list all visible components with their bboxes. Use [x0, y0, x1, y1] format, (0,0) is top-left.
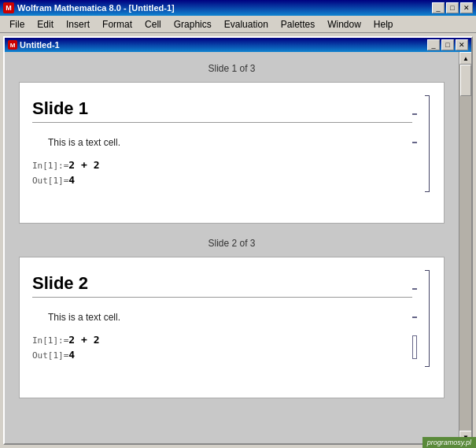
slide-2-outer-bracket-container [423, 270, 431, 367]
slide-2-io-bracket-area [412, 331, 423, 364]
slide-2-input-row: In[1]:= 2 + 2 Out[1]= 4 [32, 331, 423, 364]
slide-2-input-label: In[1]:= [32, 335, 68, 346]
slide-1-main: Slide 1 This is a text cell. [32, 95, 423, 192]
slide-1-title-content: Slide 1 [32, 98, 412, 129]
scrollbar[interactable]: ▲ ▼ [459, 52, 471, 443]
menu-format[interactable]: Format [96, 16, 138, 32]
slide-1-title-row: Slide 1 [32, 98, 423, 129]
scrollable-content[interactable]: Slide 1 of 3 Slide 1 [5, 52, 459, 443]
scroll-track[interactable] [459, 65, 471, 431]
menu-bar: File Edit Insert Format Cell Graphics Ev… [0, 16, 476, 33]
menu-graphics[interactable]: Graphics [168, 16, 218, 32]
menu-window[interactable]: Window [321, 16, 367, 32]
slide-2-output-inline: Out[1]= 4 [32, 349, 412, 361]
menu-evaluation[interactable]: Evaluation [218, 16, 275, 32]
slide-1-text-bracket-area [412, 132, 423, 153]
scroll-thumb[interactable] [460, 65, 471, 96]
slide-1-output-inline: Out[1]= 4 [32, 174, 412, 186]
slide-1-text-content: This is a text cell. [32, 132, 412, 153]
outer-title-buttons: _ □ ✕ [432, 2, 473, 13]
slide-2-container: Slide 2 This is a text cell. [19, 257, 445, 398]
slide-1-input-row: In[1]:= 2 + 2 Out[1]= 4 [32, 156, 423, 189]
outer-close-button[interactable]: ✕ [460, 2, 473, 13]
menu-insert[interactable]: Insert [60, 16, 96, 32]
slide-2-title-row: Slide 2 [32, 273, 423, 304]
menu-edit[interactable]: Edit [31, 16, 60, 32]
slide-2-output-value: 4 [68, 349, 75, 361]
slide-1-text-row: This is a text cell. [32, 132, 423, 153]
outer-minimize-button[interactable]: _ [432, 2, 445, 13]
menu-palettes[interactable]: Palettes [275, 16, 321, 32]
slide-1-with-brackets: Slide 1 This is a text cell. [32, 95, 431, 192]
slide-2-io-bracket-box [412, 335, 417, 359]
outer-title-bar-left: M Wolfram Mathematica 8.0 - [Untitled-1] [3, 2, 175, 13]
slide-2-input-value: 2 + 2 [68, 334, 99, 346]
menu-help[interactable]: Help [367, 16, 400, 32]
menu-file[interactable]: File [3, 16, 31, 32]
inner-app-icon: M [8, 40, 17, 50]
slide-2-with-brackets: Slide 2 This is a text cell. [32, 270, 431, 367]
slide-1-input-content: In[1]:= 2 + 2 Out[1]= 4 [32, 156, 412, 189]
slide-1-outer-bracket-container [423, 95, 431, 192]
slide-1-output-value: 4 [68, 174, 75, 186]
inner-title-bar: M Untitled-1 _ □ ✕ [5, 38, 471, 52]
main-window: M Wolfram Mathematica 8.0 - [Untitled-1]… [0, 0, 476, 445]
slide-1-text-bracket [412, 142, 417, 143]
slide-1-container: Slide 1 This is a text cell. [19, 82, 445, 224]
slide-2-text-row: This is a text cell. [32, 307, 423, 328]
outer-title-bar: M Wolfram Mathematica 8.0 - [Untitled-1]… [0, 0, 476, 16]
inner-close-button[interactable]: ✕ [456, 39, 468, 50]
slide-1-title: Slide 1 [32, 98, 412, 123]
slide-1-input-inline: In[1]:= 2 + 2 [32, 159, 412, 171]
slide-1-label: Slide 1 of 3 [11, 61, 452, 76]
menu-cell[interactable]: Cell [138, 16, 168, 32]
slide-2-main: Slide 2 This is a text cell. [32, 270, 423, 367]
slide-2-text-bracket-area [412, 307, 423, 328]
inner-title-buttons: _ □ ✕ [427, 39, 468, 50]
slide-1-input-label: In[1]:= [32, 161, 68, 171]
scroll-up-button[interactable]: ▲ [459, 52, 471, 65]
slide-1-input-value: 2 + 2 [68, 159, 99, 171]
inner-maximize-button[interactable]: □ [441, 39, 454, 50]
slide-1-title-bracket [412, 113, 417, 115]
slide-1-title-bracket-area [412, 98, 423, 129]
slide-2-output-label: Out[1]= [32, 350, 68, 361]
slide-1-outer-bracket [425, 95, 430, 192]
logo-label: programosy.pl [422, 437, 476, 448]
slide-2-text-cell: This is a text cell. [48, 312, 412, 323]
outer-maximize-button[interactable]: □ [446, 2, 459, 13]
app-icon: M [3, 2, 14, 13]
slide-2-outer-bracket [425, 270, 430, 367]
inner-title-left: M Untitled-1 [8, 40, 60, 50]
slide-2-title-bracket-area [412, 273, 423, 304]
slide-1-output-label: Out[1]= [32, 176, 68, 186]
slide-2-input-inline: In[1]:= 2 + 2 [32, 334, 412, 346]
slide-2-title: Slide 2 [32, 273, 412, 298]
slide-2-text-bracket [412, 317, 417, 318]
inner-title-text-label: Untitled-1 [20, 40, 60, 50]
inner-window: M Untitled-1 _ □ ✕ Slide 1 of 3 [3, 36, 473, 445]
doc-area: Slide 1 of 3 Slide 1 [5, 52, 471, 443]
slide-2-text-content: This is a text cell. [32, 307, 412, 328]
inner-minimize-button[interactable]: _ [427, 39, 440, 50]
slide-2-title-content: Slide 2 [32, 273, 412, 304]
outer-title-text: Wolfram Mathematica 8.0 - [Untitled-1] [17, 3, 175, 13]
slide-2-input-content: In[1]:= 2 + 2 Out[1]= 4 [32, 331, 412, 364]
slide-2-label: Slide 2 of 3 [11, 236, 452, 250]
slide-2-title-bracket [412, 288, 417, 290]
slide-1-io-bracket-area [412, 156, 423, 189]
slide-1-text-cell: This is a text cell. [48, 137, 412, 148]
